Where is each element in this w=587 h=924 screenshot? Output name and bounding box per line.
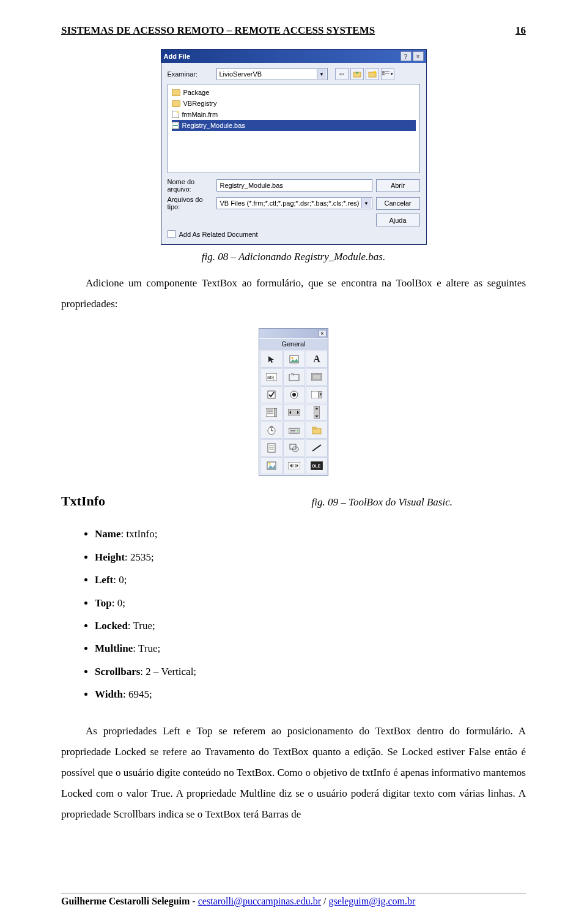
- open-button[interactable]: Abrir: [376, 179, 420, 192]
- body-paragraph-1: Adicione um componente TextBox ao formul…: [61, 273, 526, 315]
- close-icon: ×: [320, 330, 323, 337]
- svg-rect-6: [385, 73, 389, 74]
- svg-text:ab|: ab|: [267, 374, 274, 380]
- page-footer: Guilherme Cestarolli Seleguim - cestarol…: [61, 893, 526, 907]
- svg-rect-33: [290, 430, 295, 431]
- list-item-label: Package: [183, 89, 210, 96]
- pointer-icon[interactable]: [260, 351, 282, 368]
- svg-rect-15: [312, 374, 321, 379]
- form-file-icon: [172, 111, 179, 118]
- figure-toolbox: × General A ab| xy OLE: [61, 328, 526, 476]
- svg-rect-5: [385, 71, 389, 72]
- cancel-button[interactable]: Cancelar: [376, 197, 420, 210]
- list-item: Multline: True;: [95, 637, 526, 660]
- filetype-label: Arquivos do tipo:: [168, 196, 213, 211]
- hscrollbar-icon[interactable]: [283, 404, 305, 421]
- toolbox-close-button[interactable]: ×: [318, 330, 327, 337]
- dirlistbox-icon[interactable]: [306, 422, 328, 439]
- list-item: Locked: True;: [95, 614, 526, 637]
- frame-icon[interactable]: xy: [283, 368, 305, 386]
- textbox-icon[interactable]: ab|: [260, 368, 282, 386]
- list-item-label: Registry_Module.bas: [182, 122, 245, 129]
- shape-icon[interactable]: [283, 439, 305, 456]
- filename-label: Nome do arquivo:: [168, 178, 213, 193]
- checkbox-icon[interactable]: [260, 386, 282, 403]
- svg-rect-37: [268, 444, 275, 452]
- dialog-titlebar: Add File ? ×: [161, 50, 426, 63]
- related-doc-label: Add As Related Document: [179, 231, 258, 238]
- svg-rect-36: [312, 427, 316, 429]
- dialog-help-button[interactable]: ?: [401, 51, 412, 61]
- listbox-icon[interactable]: [260, 404, 282, 421]
- toolbox-category[interactable]: General: [259, 338, 328, 349]
- picturebox-icon[interactable]: [283, 351, 305, 368]
- svg-point-18: [292, 393, 296, 397]
- image-icon[interactable]: [260, 457, 282, 474]
- filetype-combo[interactable]: VB Files (*.frm;*.ctl;*.pag;*.dsr;*.bas;…: [216, 197, 372, 209]
- list-item: Left: 0;: [95, 568, 526, 591]
- label-icon[interactable]: A: [306, 351, 328, 368]
- examine-label: Examinar:: [168, 70, 213, 78]
- property-list: Name: txtInfo; Height: 2535; Left: 0; To…: [61, 523, 526, 706]
- list-item: Height: 2535;: [95, 546, 526, 568]
- svg-rect-3: [382, 71, 385, 73]
- svg-point-2: [374, 71, 376, 73]
- related-doc-checkbox[interactable]: [168, 230, 175, 238]
- figure-addfile: Add File ? × Examinar: LivioServerVB ▼ ⇦: [61, 49, 526, 245]
- filename-input[interactable]: Registry_Module.bas: [216, 179, 372, 192]
- figure-caption-08: fig. 08 – Adicionando Registry_Module.ba…: [61, 251, 526, 263]
- svg-rect-31: [270, 426, 273, 427]
- list-item[interactable]: VBRegistry: [172, 98, 416, 109]
- examine-value: LivioServerVB: [220, 70, 262, 78]
- drivelistbox-icon[interactable]: [283, 422, 305, 439]
- filename-value: Registry_Module.bas: [220, 182, 283, 189]
- page-header-title: SISTEMAS DE ACESSO REMOTO – REMOTE ACCES…: [61, 24, 375, 37]
- file-listbox[interactable]: Package VBRegistry frmMain.frm Registry_…: [168, 84, 420, 173]
- svg-point-8: [292, 357, 294, 359]
- new-folder-icon[interactable]: [366, 68, 379, 80]
- list-item: Top: 0;: [95, 592, 526, 614]
- commandbutton-icon[interactable]: [306, 368, 328, 386]
- dialog-close-button[interactable]: ×: [413, 51, 424, 61]
- examine-combo[interactable]: LivioServerVB ▼: [216, 68, 328, 80]
- addfile-dialog: Add File ? × Examinar: LivioServerVB ▼ ⇦: [161, 49, 427, 245]
- help-icon: ?: [404, 53, 408, 60]
- page-header: SISTEMAS DE ACESSO REMOTO – REMOTE ACCES…: [61, 24, 526, 37]
- up-folder-icon[interactable]: [350, 68, 364, 80]
- chevron-down-icon: ▼: [361, 198, 371, 208]
- svg-rect-25: [275, 408, 277, 417]
- footer-author: Guilherme Cestarolli Seleguim: [61, 896, 190, 906]
- list-item-label: VBRegistry: [183, 100, 217, 107]
- section-heading-txtinfo: TxtInfo: [61, 493, 105, 509]
- timer-icon[interactable]: [260, 422, 282, 439]
- toolbox-head: ×: [259, 329, 328, 338]
- footer-email-1[interactable]: cestarolli@puccampinas.edu.br: [198, 896, 321, 906]
- svg-line-43: [312, 445, 321, 451]
- list-item[interactable]: frmMain.frm: [172, 109, 416, 120]
- page-header-number: 16: [515, 24, 526, 37]
- folder-new-svg: [368, 70, 377, 78]
- figure-caption-09: fig. 09 – ToolBox do Visual Basic.: [312, 496, 452, 509]
- list-item-label: frmMain.frm: [182, 111, 218, 118]
- data-icon[interactable]: [283, 457, 305, 474]
- filelistbox-icon[interactable]: [260, 439, 282, 456]
- combobox-icon[interactable]: [306, 386, 328, 403]
- back-arrow-icon[interactable]: ⇦: [335, 68, 349, 80]
- footer-email-2[interactable]: gseleguim@ig.com.br: [328, 896, 415, 906]
- module-file-icon: [172, 122, 179, 129]
- optionbutton-icon[interactable]: [283, 386, 305, 403]
- vb-toolbox: × General A ab| xy OLE: [259, 328, 328, 476]
- close-icon: ×: [416, 53, 420, 60]
- list-item-selected[interactable]: Registry_Module.bas: [172, 120, 416, 131]
- list-views-icon[interactable]: ▾: [381, 68, 394, 80]
- views-svg: [382, 70, 390, 78]
- svg-point-45: [269, 463, 271, 465]
- help-button[interactable]: Ajuda: [376, 214, 420, 226]
- svg-point-34: [297, 430, 298, 431]
- list-item: Name: txtInfo;: [95, 523, 526, 545]
- dialog-title: Add File: [164, 53, 190, 60]
- list-item[interactable]: Package: [172, 87, 416, 98]
- vscrollbar-icon[interactable]: [306, 404, 328, 421]
- line-icon[interactable]: [306, 439, 328, 456]
- ole-icon[interactable]: OLE: [306, 457, 328, 474]
